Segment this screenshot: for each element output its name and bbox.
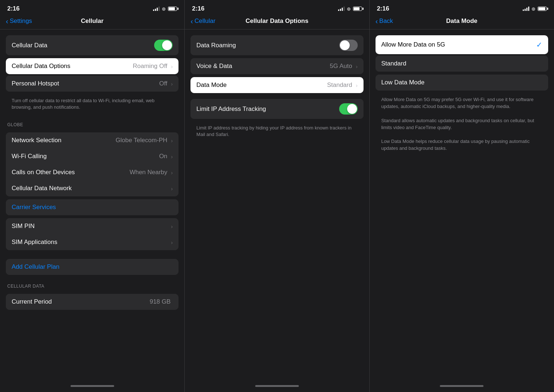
current-period-group: Current Period 918 GB [6,294,178,310]
page-title-2: Cellular Data Options [246,17,309,25]
home-indicator-2 [185,380,369,392]
battery-icon-2 [353,7,362,11]
standard-description: Standard allows automatic updates and ba… [370,115,554,136]
sim-pin-item[interactable]: SIM PIN › [6,218,178,234]
cellular-data-options-label: Cellular Data Options [12,63,133,70]
data-roaming-knob [340,40,350,50]
allow-more-data-item[interactable]: Allow More Data on 5G ✓ [376,35,548,54]
data-roaming-item[interactable]: Data Roaming [190,35,363,55]
cellular-data-item[interactable]: Cellular Data [6,35,178,55]
home-indicator-1 [0,380,184,392]
low-data-group: Low Data Mode [376,75,548,91]
cellular-data-section-header: CELLULAR DATA [0,278,184,291]
back-button-3[interactable]: ‹ Back [376,17,393,25]
calls-other-devices-item[interactable]: Calls on Other Devices When Nearby › [6,164,178,180]
sim-group: SIM PIN › SIM Applications › [6,218,178,250]
page-title-1: Cellular [81,17,103,25]
sim-applications-label: SIM Applications [12,239,171,246]
network-selection-label: Network Selection [12,137,116,144]
signal-icon-2 [338,7,345,11]
data-roaming-label: Data Roaming [196,42,339,49]
add-cellular-plan-label: Add Cellular Plan [12,263,173,271]
chevron-icon: › [171,63,173,69]
cellular-data-label: Cellular Data [12,42,154,49]
data-roaming-toggle[interactable] [339,40,358,51]
page-title-3: Data Mode [446,17,477,25]
limit-ip-item[interactable]: Limit IP Address Tracking [190,99,363,119]
back-label-3: Back [379,17,393,25]
current-period-value: 918 GB [150,298,171,305]
voice-data-group: Voice & Data 5G Auto › [190,58,363,74]
wifi-calling-item[interactable]: Wi-Fi Calling On › [6,148,178,164]
allow-more-data-description: Allow More Data on 5G may prefer 5G over… [370,93,554,115]
data-mode-value: Standard [327,81,352,89]
limit-ip-knob [347,104,357,114]
cellular-data-network-label: Cellular Data Network [12,185,171,192]
chevron-icon-10: › [356,82,358,88]
network-selection-item[interactable]: Network Selection Globe Telecom-PH › [6,132,178,148]
home-bar-2 [255,385,299,387]
low-data-item[interactable]: Low Data Mode [376,75,548,91]
limit-ip-toggle[interactable] [339,103,358,115]
cellular-data-network-item[interactable]: Cellular Data Network › [6,180,178,196]
voice-data-item[interactable]: Voice & Data 5G Auto › [190,58,363,74]
add-cellular-plan-item[interactable]: Add Cellular Plan [6,259,178,275]
data-mode-item[interactable]: Data Mode Standard › [190,77,363,93]
battery-icon-1 [168,7,177,11]
back-button-1[interactable]: ‹ Settings [6,17,32,25]
chevron-icon-5: › [171,169,173,176]
settings-content-3[interactable]: Allow More Data on 5G ✓ Standard Low Dat… [370,29,554,380]
data-roaming-group: Data Roaming [190,35,363,55]
wifi-icon-2: ⊛ [347,6,351,12]
nav-bar-2: ‹ Cellular Cellular Data Options [185,15,369,29]
standard-item[interactable]: Standard [376,56,548,72]
nav-bar-3: ‹ Back Data Mode [370,15,554,29]
globe-section-header: GLOBE [0,116,184,129]
checkmark-icon: ✓ [536,40,542,49]
back-button-2[interactable]: ‹ Cellular [190,17,215,25]
personal-hotspot-item[interactable]: Personal Hotspot Off › [6,76,178,92]
personal-hotspot-group: Personal Hotspot Off › [6,76,178,92]
back-arrow-3: ‹ [376,17,378,25]
home-bar-1 [71,385,114,387]
home-indicator-3 [370,380,554,392]
carrier-services-item[interactable]: Carrier Services [6,199,178,215]
back-label-2: Cellular [194,17,216,25]
status-time-1: 2:16 [7,5,20,12]
calls-other-devices-label: Calls on Other Devices [12,169,129,176]
panel-cellular: 2:16 ⊛ ‹ Settings Cellular Cellular [0,0,185,392]
current-period-label: Current Period [12,298,150,305]
status-icons-2: ⊛ [338,6,362,12]
chevron-icon-9: › [356,63,358,69]
toggle-knob [162,40,172,50]
limit-ip-group: Limit IP Address Tracking [190,99,363,119]
globe-group: Network Selection Globe Telecom-PH › Wi-… [6,132,178,196]
cellular-data-group: Cellular Data [6,35,178,55]
battery-icon-3 [538,7,547,11]
status-icons-1: ⊛ [153,6,177,12]
current-period-item: Current Period 918 GB [6,294,178,310]
sim-applications-item[interactable]: SIM Applications › [6,234,178,250]
status-time-2: 2:16 [192,5,204,12]
settings-content-1[interactable]: Cellular Data Cellular Data Options Roam… [0,29,184,380]
status-bar-1: 2:16 ⊛ [0,0,184,15]
allow-more-data-label: Allow More Data on 5G [381,41,536,48]
cellular-data-options-item[interactable]: Cellular Data Options Roaming Off › [6,58,178,74]
sim-pin-label: SIM PIN [12,223,171,230]
cellular-data-options-value: Roaming Off [133,63,167,70]
standard-label: Standard [381,60,542,67]
carrier-services-label: Carrier Services [12,204,173,211]
home-bar-3 [440,385,483,387]
back-arrow-2: ‹ [190,17,193,25]
chevron-icon-6: › [171,185,173,192]
cellular-data-toggle[interactable] [154,40,173,51]
back-arrow-1: ‹ [6,17,8,25]
status-bar-2: 2:16 ⊛ [185,0,369,15]
signal-icon-1 [153,7,160,11]
standard-group: Standard [376,56,548,72]
calls-other-devices-value: When Nearby [129,169,167,176]
nav-bar-1: ‹ Settings Cellular [0,15,184,29]
voice-data-value: 5G Auto [330,63,352,70]
network-selection-value: Globe Telecom-PH [116,137,167,144]
settings-content-2[interactable]: Data Roaming Voice & Data 5G Auto › Data… [185,29,369,380]
